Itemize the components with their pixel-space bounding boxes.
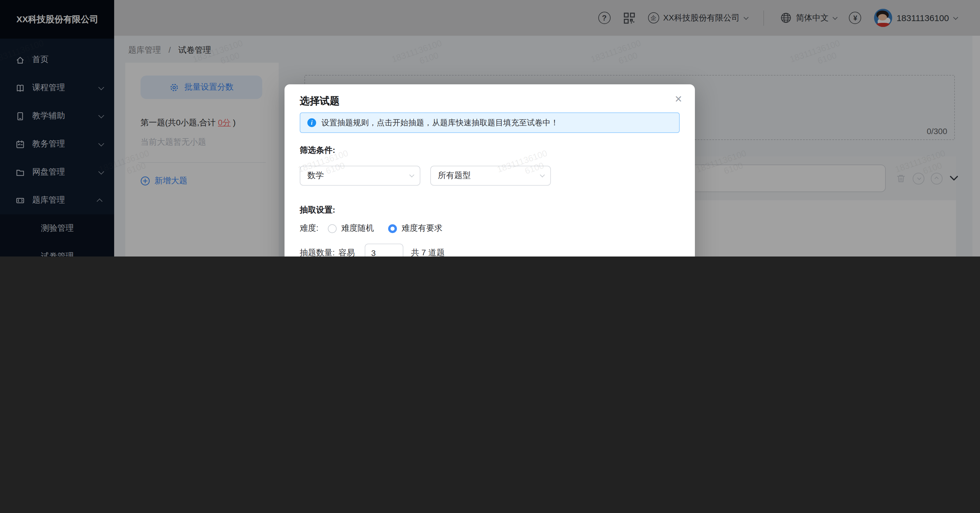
difficulty-label: 难度: [300, 223, 318, 234]
quantity-row: 抽题数量: 容易 共 7 道题 [300, 244, 445, 256]
radio-difficulty-random-label[interactable]: 难度随机 [341, 223, 374, 234]
radio-difficulty-random[interactable] [328, 224, 337, 233]
quantity-rows: 抽题数量: 容易 共 7 道题 较易 共 2 道题 中档 共 2 道题 较难 [300, 244, 445, 256]
easy-total: 共 7 道题 [411, 248, 445, 256]
easy-count-input[interactable] [365, 244, 403, 256]
close-icon[interactable]: × [672, 90, 684, 107]
info-icon: i [307, 118, 316, 127]
subject-select[interactable]: 数学 [300, 166, 420, 186]
info-banner: i 设置抽题规则，点击开始抽题，从题库快速抽取题目填充至试卷中！ [300, 112, 680, 133]
chevron-down-icon [540, 172, 545, 177]
difficulty-row: 难度: 难度随机 难度有要求 [300, 223, 442, 234]
quantity-label: 抽题数量: [300, 248, 338, 256]
filter-selects: 数学 所有题型 [300, 166, 551, 186]
question-type-select[interactable]: 所有题型 [430, 166, 551, 186]
filter-label: 筛选条件: [300, 145, 335, 156]
chevron-down-icon [409, 172, 414, 177]
modal-title: 选择试题 [300, 94, 340, 108]
radio-difficulty-required-label[interactable]: 难度有要求 [402, 223, 442, 234]
info-banner-text: 设置抽题规则，点击开始抽题，从题库快速抽取题目填充至试卷中！ [321, 118, 558, 128]
app-window: XX科技股份有限公司 首页 课程管理 教学辅助 教务管理 [0, 0, 980, 256]
subject-select-value: 数学 [307, 170, 324, 181]
radio-difficulty-required[interactable] [388, 224, 397, 233]
difficulty-easy-label: 容易 [338, 248, 365, 256]
select-question-modal: 选择试题 × i 设置抽题规则，点击开始抽题，从题库快速抽取题目填充至试卷中！ … [285, 84, 695, 256]
question-type-select-value: 所有题型 [438, 170, 471, 181]
extract-settings-label: 抽取设置: [300, 205, 335, 215]
